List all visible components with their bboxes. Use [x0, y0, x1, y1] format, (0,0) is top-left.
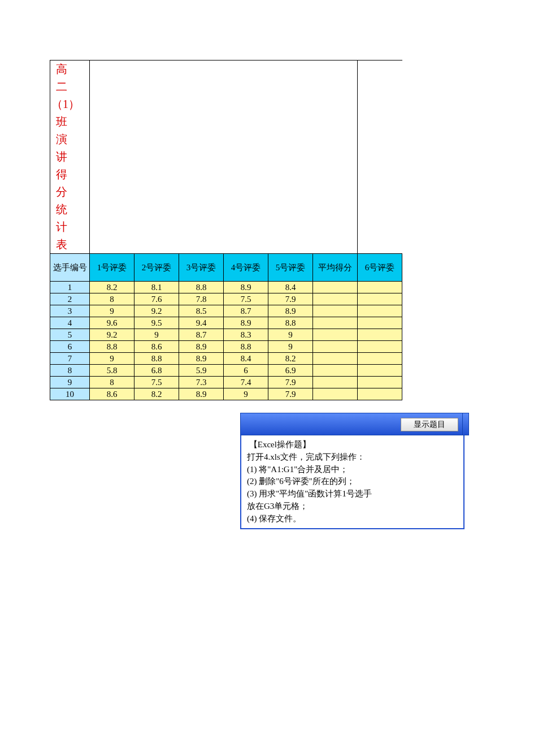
cell[interactable]: 8.5 — [179, 305, 224, 317]
cell[interactable] — [358, 377, 402, 388]
cell[interactable] — [313, 365, 358, 377]
cell[interactable]: 8.2 — [90, 282, 134, 293]
cell[interactable]: 6.8 — [134, 365, 179, 377]
header-col-1[interactable]: 1号评委 — [90, 254, 134, 282]
header-col-3[interactable]: 3号评委 — [179, 254, 224, 282]
title-cell[interactable]: 高二（1）班演讲得分统计表 — [50, 61, 90, 254]
cell[interactable]: 8.9 — [179, 353, 224, 365]
table-row: 10 8.6 8.2 8.9 9 7.9 — [50, 388, 402, 400]
cell[interactable] — [358, 305, 402, 317]
cell[interactable]: 8.7 — [224, 305, 268, 317]
cell[interactable]: 7.5 — [134, 377, 179, 388]
cell[interactable] — [313, 305, 358, 317]
header-rowhead[interactable]: 选手编号 — [50, 254, 90, 282]
cell[interactable]: 8.9 — [179, 341, 224, 353]
cell[interactable]: 9 — [268, 329, 313, 341]
cell[interactable]: 8.8 — [179, 282, 224, 293]
cell[interactable] — [313, 329, 358, 341]
cell[interactable]: 9 — [90, 305, 134, 317]
cell[interactable]: 5.9 — [179, 365, 224, 377]
cell[interactable]: 8.2 — [268, 353, 313, 365]
cell[interactable]: 9.6 — [90, 317, 134, 329]
cell[interactable] — [358, 317, 402, 329]
cell[interactable]: 8.8 — [224, 341, 268, 353]
cell[interactable]: 6 — [224, 365, 268, 377]
row-id[interactable]: 2 — [50, 293, 90, 305]
cell[interactable]: 8.1 — [134, 282, 179, 293]
cell[interactable]: 7.3 — [179, 377, 224, 388]
cell[interactable] — [358, 388, 402, 400]
cell[interactable]: 8.3 — [224, 329, 268, 341]
cell[interactable] — [313, 341, 358, 353]
cell[interactable]: 8.4 — [268, 282, 313, 293]
cell[interactable]: 6.9 — [268, 365, 313, 377]
cell[interactable]: 8.8 — [134, 353, 179, 365]
cell[interactable] — [358, 282, 402, 293]
row-id[interactable]: 10 — [50, 388, 90, 400]
instruction-line: (1) 将"A1:G1"合并及居中； — [247, 464, 460, 476]
instruction-titlebar: 显示题目 — [240, 413, 464, 435]
cell[interactable]: 8.6 — [90, 388, 134, 400]
row-id[interactable]: 7 — [50, 353, 90, 365]
cell[interactable]: 9.2 — [134, 305, 179, 317]
cell[interactable]: 9.4 — [179, 317, 224, 329]
row-id[interactable]: 4 — [50, 317, 90, 329]
cell[interactable]: 9.2 — [90, 329, 134, 341]
cell[interactable]: 8.4 — [224, 353, 268, 365]
cell[interactable] — [358, 329, 402, 341]
cell[interactable]: 8.7 — [179, 329, 224, 341]
header-col-5[interactable]: 5号评委 — [268, 254, 313, 282]
row-id[interactable]: 3 — [50, 305, 90, 317]
cell[interactable]: 7.9 — [268, 377, 313, 388]
cell[interactable]: 8.9 — [224, 282, 268, 293]
row-id[interactable]: 5 — [50, 329, 90, 341]
header-col-2[interactable]: 2号评委 — [134, 254, 179, 282]
cell[interactable]: 8.8 — [268, 317, 313, 329]
row-id[interactable]: 1 — [50, 282, 90, 293]
row-id[interactable]: 9 — [50, 377, 90, 388]
row-id[interactable]: 6 — [50, 341, 90, 353]
title-empty[interactable] — [90, 61, 358, 254]
cell[interactable] — [313, 282, 358, 293]
cell[interactable]: 9.5 — [134, 317, 179, 329]
cell[interactable]: 7.5 — [224, 293, 268, 305]
cell[interactable]: 7.4 — [224, 377, 268, 388]
cell[interactable]: 8.2 — [134, 388, 179, 400]
cell[interactable] — [313, 388, 358, 400]
score-table: 高二（1）班演讲得分统计表 选手编号 1号评委 2号评委 3号评委 4号评委 5… — [50, 60, 402, 400]
cell[interactable]: 7.6 — [134, 293, 179, 305]
cell[interactable] — [358, 365, 402, 377]
row-id[interactable]: 8 — [50, 365, 90, 377]
show-question-button[interactable]: 显示题目 — [401, 418, 458, 431]
cell[interactable]: 8 — [90, 293, 134, 305]
cell[interactable]: 7.9 — [268, 293, 313, 305]
cell[interactable]: 8.9 — [224, 317, 268, 329]
spreadsheet: 高二（1）班演讲得分统计表 选手编号 1号评委 2号评委 3号评委 4号评委 5… — [50, 60, 402, 400]
cell[interactable] — [313, 293, 358, 305]
cell[interactable]: 8.9 — [179, 388, 224, 400]
header-col-4[interactable]: 4号评委 — [224, 254, 268, 282]
header-col-6[interactable]: 6号评委 — [358, 254, 402, 282]
cell[interactable]: 8 — [90, 377, 134, 388]
cell[interactable] — [313, 317, 358, 329]
instruction-body: 【Excel操作题】 打开4.xls文件，完成下列操作： (1) 将"A1:G1… — [240, 435, 464, 529]
cell[interactable]: 9 — [268, 341, 313, 353]
cell[interactable]: 5.8 — [90, 365, 134, 377]
cell[interactable] — [358, 341, 402, 353]
cell[interactable]: 8.8 — [90, 341, 134, 353]
table-row: 8 5.8 6.8 5.9 6 6.9 — [50, 365, 402, 377]
cell[interactable]: 7.8 — [179, 293, 224, 305]
instruction-line: 【Excel操作题】 — [247, 439, 460, 451]
cell[interactable]: 8.6 — [134, 341, 179, 353]
cell[interactable] — [358, 293, 402, 305]
cell[interactable] — [313, 353, 358, 365]
cell[interactable] — [313, 377, 358, 388]
cell[interactable] — [358, 353, 402, 365]
header-col-avg[interactable]: 平均得分 — [313, 254, 358, 282]
instruction-line: 打开4.xls文件，完成下列操作： — [247, 451, 460, 464]
cell[interactable]: 8.9 — [268, 305, 313, 317]
cell[interactable]: 7.9 — [268, 388, 313, 400]
cell[interactable]: 9 — [90, 353, 134, 365]
cell[interactable]: 9 — [134, 329, 179, 341]
cell[interactable]: 9 — [224, 388, 268, 400]
